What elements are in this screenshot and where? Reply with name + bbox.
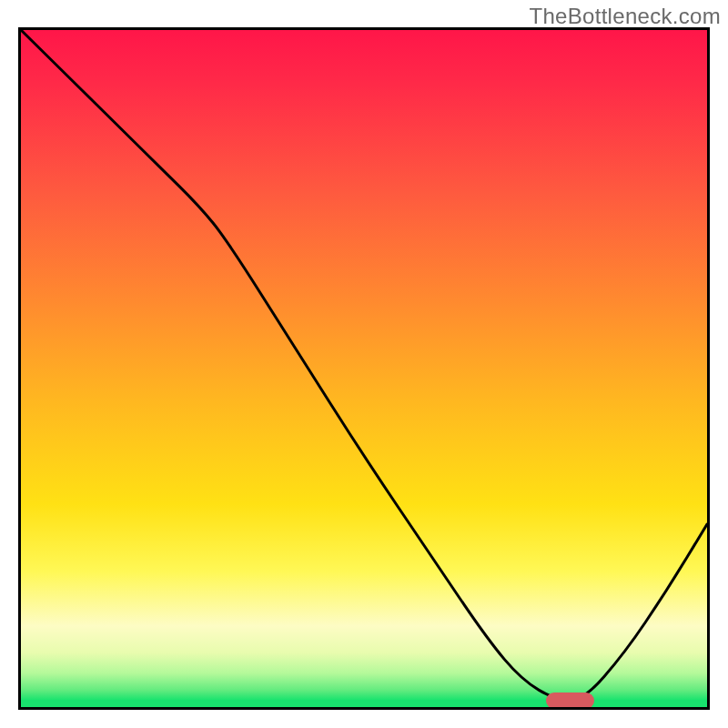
plot-area xyxy=(18,27,710,710)
chart-container: { "watermark": "TheBottleneck.com", "cha… xyxy=(0,0,728,728)
line-curve xyxy=(21,30,707,707)
watermark-text: TheBottleneck.com xyxy=(529,4,721,29)
optimal-marker xyxy=(546,693,594,709)
bottleneck-path xyxy=(21,30,707,701)
